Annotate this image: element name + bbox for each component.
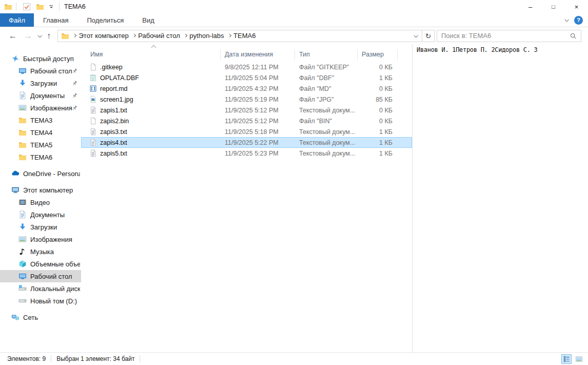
file-row[interactable]: .gitkeep 9/8/2025 12:11 PM Файл "GITKEEP…: [81, 62, 412, 72]
new-folder-icon: [36, 3, 44, 11]
window-controls: – □ ×: [519, 0, 588, 13]
sidebar-item[interactable]: Видео: [0, 196, 81, 208]
thumbnails-view-button[interactable]: [574, 354, 584, 364]
ribbon-tab[interactable]: Вид: [133, 13, 164, 27]
back-button[interactable]: ←: [5, 30, 21, 42]
preview-pane: Иванов И. 1Петров П. 2Сидоров С. 3: [412, 44, 588, 352]
sidebar-item[interactable]: Быстрый доступ: [0, 52, 81, 65]
help-button[interactable]: ?: [574, 16, 583, 25]
breadcrumb-item[interactable]: Этот компьютер: [69, 30, 129, 42]
column-header[interactable]: Тип: [295, 49, 358, 61]
sidebar-item[interactable]: Этот компьютер: [0, 184, 81, 196]
sidebar-item-label: OneDrive - Personal: [23, 170, 80, 178]
breadcrumb-label[interactable]: python-labs: [189, 32, 224, 40]
sidebar-item-icon: [11, 169, 19, 178]
breadcrumb-label[interactable]: Рабочий стол: [138, 32, 180, 40]
search-icon[interactable]: [570, 32, 577, 40]
ribbon-tab[interactable]: Поделиться: [77, 13, 133, 27]
sidebar-item[interactable]: Рабочий стол: [0, 270, 81, 282]
sidebar-item[interactable]: Загрузки: [0, 77, 81, 89]
file-row[interactable]: OPLATA.DBF 11/9/2025 5:04 PM Файл "DBF" …: [81, 72, 412, 83]
sidebar-item[interactable]: OneDrive - Personal: [0, 167, 81, 180]
file-row[interactable]: zapis5.txt 11/9/2025 5:23 PM Текстовый д…: [81, 148, 412, 159]
file-row[interactable]: zapis4.txt 11/9/2025 5:22 PM Текстовый д…: [81, 137, 412, 148]
sidebar-item-label: ТЕМА4: [30, 129, 52, 137]
sidebar-item-label: Локальный диск (C:): [30, 285, 80, 293]
sidebar-item[interactable]: ТЕМА6: [0, 151, 81, 163]
sidebar-item[interactable]: Объемные объекты: [0, 258, 81, 270]
sidebar-item[interactable]: Локальный диск (C:): [0, 282, 81, 295]
details-view-button[interactable]: [561, 354, 572, 364]
ribbon-tab[interactable]: Главная: [34, 13, 77, 27]
details-view-icon: [563, 355, 571, 363]
breadcrumb-item[interactable]: python-labs: [180, 30, 224, 42]
sidebar-item[interactable]: Рабочий стол: [0, 65, 81, 77]
sidebar-item-label: ТЕМА6: [30, 153, 52, 161]
file-date: 11/9/2025 5:18 PM: [221, 128, 295, 136]
sidebar-item[interactable]: ТЕМА4: [0, 126, 81, 139]
preview-text: Иванов И. 1Петров П. 2Сидоров С. 3: [417, 46, 588, 53]
file-name: .gitkeep: [100, 64, 123, 71]
file-row[interactable]: screen1.jpg 11/9/2025 5:19 PM Файл "JPG"…: [81, 94, 412, 105]
pin-icon: [71, 105, 78, 111]
ribbon-expand-chevron-icon[interactable]: [564, 17, 569, 22]
sidebar-item-label: Этот компьютер: [23, 186, 73, 194]
breadcrumb-label[interactable]: Этот компьютер: [79, 32, 129, 40]
file-row[interactable]: zapis3.txt 11/9/2025 5:18 PM Текстовый д…: [81, 126, 412, 137]
file-type: Текстовый докум...: [295, 107, 358, 114]
sidebar-item[interactable]: ТЕМА5: [0, 139, 81, 151]
file-row[interactable]: report.md 11/9/2025 4:32 PM Файл "MD" 0 …: [81, 83, 412, 94]
ribbon-tab-bar: Файл Главная Поделиться Вид ?: [0, 13, 588, 27]
sidebar-item[interactable]: ТЕМА3: [0, 114, 81, 126]
file-row[interactable]: zapis1.txt 11/9/2025 5:12 PM Текстовый д…: [81, 105, 412, 116]
forward-button[interactable]: →: [21, 30, 36, 42]
refresh-button[interactable]: ↻: [422, 30, 435, 42]
maximize-button[interactable]: □: [542, 0, 565, 13]
file-type: Файл "GITKEEP": [295, 64, 358, 71]
sidebar-item-icon: [11, 186, 19, 194]
sidebar-item[interactable]: Сеть: [0, 311, 81, 323]
column-header[interactable]: Дата изменения: [221, 49, 295, 61]
breadcrumb-item[interactable]: Рабочий стол: [129, 30, 180, 42]
close-button[interactable]: ×: [565, 0, 588, 13]
up-button[interactable]: ↑: [43, 30, 54, 42]
sidebar-item[interactable]: Изображения: [0, 233, 81, 245]
file-name-cell: .gitkeep: [81, 63, 221, 71]
column-header[interactable]: Имя: [81, 49, 221, 61]
breadcrumb-chevron-icon: [132, 34, 135, 37]
file-type: Файл "MD": [295, 85, 358, 92]
file-row[interactable]: zapis2.bin 11/9/2025 5:12 PM Файл "BIN" …: [81, 116, 412, 126]
thumbnails-view-icon: [575, 355, 583, 363]
sidebar-item[interactable]: Загрузки: [0, 221, 81, 233]
sidebar-item-icon: [18, 128, 27, 137]
sidebar-item[interactable]: Новый том (D:): [0, 295, 81, 307]
file-size: 0 КБ: [358, 64, 398, 71]
sidebar-item-label: ТЕМА3: [30, 117, 52, 124]
pin-icon: [71, 92, 78, 99]
file-name-cell: zapis1.txt: [81, 106, 221, 114]
search-input[interactable]: [437, 32, 570, 40]
sidebar-item[interactable]: Документы: [0, 208, 81, 221]
column-header[interactable]: Размер: [358, 49, 398, 61]
qat-new-folder-button[interactable]: [33, 3, 47, 11]
recent-locations-chevron-icon[interactable]: [37, 33, 42, 37]
sidebar-item[interactable]: Документы: [0, 89, 81, 102]
file-size: 0 КБ: [358, 118, 398, 125]
file-size: 1 КБ: [358, 139, 398, 146]
address-dropdown-chevron-icon[interactable]: [414, 33, 418, 37]
file-date: 11/9/2025 5:12 PM: [221, 118, 295, 125]
file-type-icon: [89, 63, 97, 71]
items-count: Элементов: 9: [7, 355, 46, 362]
minimize-button[interactable]: –: [519, 0, 542, 13]
breadcrumb-item[interactable]: ТЕМА6: [224, 30, 256, 42]
ribbon-tab[interactable]: Файл: [0, 13, 34, 27]
sidebar-item[interactable]: Музыка: [0, 245, 81, 258]
file-name-cell: OPLATA.DBF: [81, 74, 221, 82]
breadcrumb-label[interactable]: ТЕМА6: [233, 32, 256, 40]
file-type: Текстовый докум...: [295, 128, 358, 136]
sidebar-item[interactable]: Изображения: [0, 102, 81, 114]
address-bar[interactable]: Этот компьютер Рабочий стол python-labs …: [57, 30, 422, 42]
sidebar-item-label: Рабочий стол: [30, 273, 72, 280]
qat-properties-button[interactable]: [20, 3, 33, 11]
qat-customize-chevron-icon[interactable]: [49, 5, 53, 9]
